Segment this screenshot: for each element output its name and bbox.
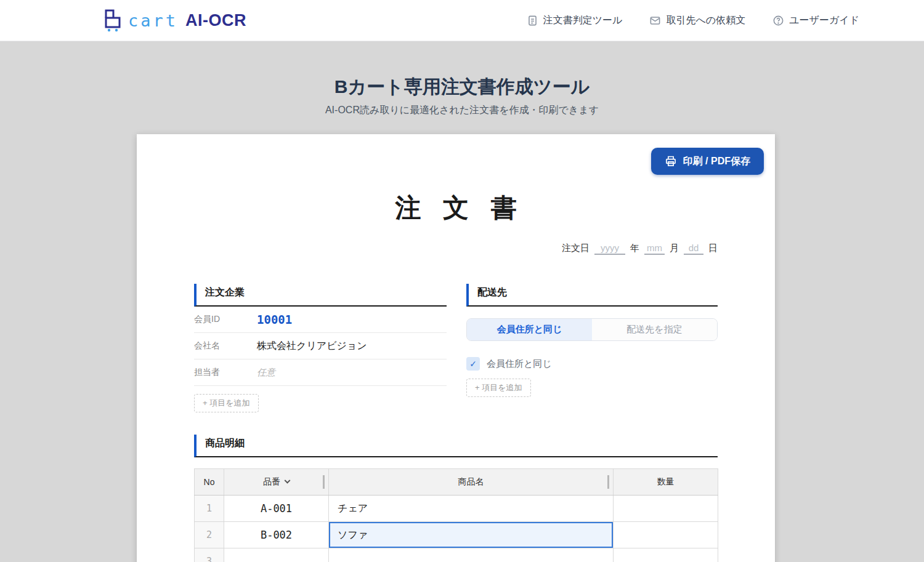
print-pdf-button[interactable]: 印刷 / PDF保存 bbox=[651, 148, 764, 175]
year-unit: 年 bbox=[630, 243, 639, 254]
same-address-checkbox-label: 会員住所と同じ bbox=[487, 358, 552, 370]
member-id-label: 会員ID bbox=[194, 314, 257, 325]
hero-section: Bカート専用注文書作成ツール AI-OCR読み取りに最適化された注文書を作成・印… bbox=[0, 41, 924, 117]
top-nav: 注文書判定ツール 取引先への依頼文 ユーザーガイド bbox=[527, 14, 859, 27]
item-qty-cell[interactable] bbox=[614, 548, 718, 562]
printer-icon bbox=[665, 155, 677, 167]
order-date-day-input[interactable]: dd bbox=[684, 243, 703, 255]
logo-cart-text: cart bbox=[128, 11, 178, 30]
column-resize-handle[interactable] bbox=[323, 475, 325, 489]
items-section: 商品明細 No 品番 商品名 数量 bbox=[194, 435, 718, 562]
header-quantity: 数量 bbox=[614, 469, 718, 496]
month-unit: 月 bbox=[670, 243, 679, 254]
delivery-mode-toggle: 会員住所と同じ 配送先を指定 bbox=[466, 318, 718, 341]
mail-icon bbox=[649, 15, 661, 26]
item-qty-cell[interactable] bbox=[614, 522, 718, 548]
day-unit: 日 bbox=[708, 243, 718, 254]
items-table-header-row: No 品番 商品名 数量 bbox=[195, 469, 718, 496]
company-section-title: 注文企業 bbox=[194, 284, 447, 307]
items-table: No 品番 商品名 数量 1 A-001 チェア bbox=[194, 468, 718, 562]
header-item-code-label: 品番 bbox=[263, 476, 280, 486]
order-date-year-input[interactable]: yyyy bbox=[594, 243, 625, 255]
item-row-2: 2 B-002 ソファ bbox=[195, 522, 718, 548]
nav-order-check-tool[interactable]: 注文書判定ツール bbox=[527, 14, 623, 27]
nav-partner-request[interactable]: 取引先への依頼文 bbox=[649, 14, 745, 27]
company-add-field-button[interactable]: + 項目を追加 bbox=[194, 394, 259, 412]
print-pdf-label: 印刷 / PDF保存 bbox=[683, 155, 750, 168]
row-number: 1 bbox=[195, 496, 224, 522]
page-title: Bカート専用注文書作成ツール bbox=[0, 76, 924, 98]
row-number: 2 bbox=[195, 522, 224, 548]
checkbox-checked-icon: ✓ bbox=[466, 357, 480, 371]
toggle-specify-delivery-address[interactable]: 配送先を指定 bbox=[592, 319, 717, 340]
help-circle-icon bbox=[772, 15, 784, 26]
page-subtitle: AI-OCR読み取りに最適化された注文書を作成・印刷できます bbox=[0, 104, 924, 117]
order-date-label: 注文日 bbox=[562, 243, 590, 254]
member-id-row: 会員ID 10001 bbox=[194, 307, 447, 333]
item-qty-cell[interactable] bbox=[614, 496, 718, 522]
contact-person-label: 担当者 bbox=[194, 367, 257, 378]
order-date-month-input[interactable]: mm bbox=[644, 243, 665, 255]
check-mark: ✓ bbox=[469, 359, 477, 369]
nav-label: 取引先への依頼文 bbox=[666, 14, 745, 27]
item-row-1: 1 A-001 チェア bbox=[195, 496, 718, 522]
contact-person-input[interactable]: 任意 bbox=[257, 367, 447, 379]
contact-person-row: 担当者 任意 bbox=[194, 359, 447, 386]
ordering-company-section: 注文企業 会員ID 10001 会社名 株式会社クリアビジョン 担当者 任意 +… bbox=[194, 284, 447, 412]
item-name-cell[interactable] bbox=[329, 548, 614, 562]
header-item-name-label: 商品名 bbox=[458, 476, 484, 486]
company-name-value[interactable]: 株式会社クリアビジョン bbox=[257, 340, 447, 353]
delivery-add-field-button[interactable]: + 項目を追加 bbox=[466, 379, 531, 397]
order-date-row: 注文日 yyyy 年 mm 月 dd 日 bbox=[194, 243, 718, 255]
row-number: 3 bbox=[195, 548, 224, 562]
delivery-section-title: 配送先 bbox=[466, 284, 718, 307]
header-item-code[interactable]: 品番 bbox=[224, 469, 329, 496]
document-icon bbox=[527, 15, 538, 26]
logo-ai-ocr-text: AI-OCR bbox=[185, 11, 246, 30]
column-resize-handle[interactable] bbox=[607, 475, 609, 489]
nav-label: ユーザーガイド bbox=[789, 14, 859, 27]
company-name-label: 会社名 bbox=[194, 340, 257, 351]
item-name-cell[interactable]: チェア bbox=[329, 496, 614, 522]
document-title: 注文書 bbox=[194, 134, 718, 225]
nav-user-guide[interactable]: ユーザーガイド bbox=[772, 14, 859, 27]
company-name-row: 会社名 株式会社クリアビジョン bbox=[194, 333, 447, 359]
same-address-checkbox-row[interactable]: ✓ 会員住所と同じ bbox=[466, 357, 718, 371]
item-row-3: 3 bbox=[195, 548, 718, 562]
toggle-same-as-member-address[interactable]: 会員住所と同じ bbox=[467, 319, 592, 340]
item-code-cell[interactable]: A-001 bbox=[224, 496, 329, 522]
order-form-card: 印刷 / PDF保存 注文書 注文日 yyyy 年 mm 月 dd 日 注文企業… bbox=[137, 134, 775, 562]
header-no: No bbox=[195, 469, 224, 496]
item-code-cell[interactable] bbox=[224, 548, 329, 562]
bcart-logo-icon bbox=[103, 9, 122, 32]
nav-label: 注文書判定ツール bbox=[543, 14, 623, 27]
bcart-logo[interactable]: cart AI-OCR bbox=[103, 9, 246, 32]
chevron-down-icon bbox=[285, 478, 291, 484]
member-id-value[interactable]: 10001 bbox=[257, 313, 447, 326]
items-section-title: 商品明細 bbox=[194, 435, 718, 457]
header-item-name: 商品名 bbox=[329, 469, 614, 496]
top-header: cart AI-OCR 注文書判定ツール 取引先への依頼文 bbox=[0, 0, 924, 41]
delivery-section: 配送先 会員住所と同じ 配送先を指定 ✓ 会員住所と同じ + 項目を追加 bbox=[466, 284, 718, 412]
item-code-cell[interactable]: B-002 bbox=[224, 522, 329, 548]
item-name-cell-focused[interactable]: ソファ bbox=[329, 522, 614, 548]
